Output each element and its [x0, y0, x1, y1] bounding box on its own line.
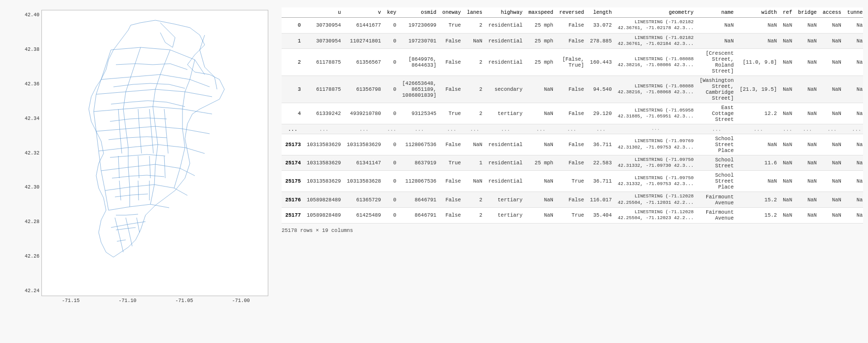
- svg-line-41: [96, 131, 99, 151]
- col-header-osmid: osmid: [399, 7, 439, 18]
- svg-line-109: [164, 109, 166, 131]
- cell-lanes: 2: [464, 18, 486, 34]
- y-label-3: 42.34: [25, 116, 39, 121]
- map-section: 42.40 42.38 42.36 42.34 42.32 42.30 42.2…: [5, 5, 272, 338]
- svg-line-87: [128, 154, 147, 156]
- svg-line-69: [136, 64, 153, 65]
- svg-line-113: [149, 156, 150, 178]
- svg-line-102: [160, 33, 165, 42]
- cell-ref: NaN: [780, 18, 795, 34]
- svg-line-72: [113, 84, 133, 87]
- cell-oneway: False: [439, 171, 464, 192]
- cell-bridge: NaN: [795, 208, 820, 224]
- svg-line-28: [105, 187, 130, 191]
- cell-idx: 25175: [282, 171, 304, 192]
- svg-line-40: [94, 112, 96, 131]
- table-row: 361178875613567980[426653648, 8651189, 1…: [282, 76, 863, 103]
- svg-line-68: [116, 64, 136, 65]
- cell-highway: residential: [485, 18, 525, 34]
- cell-highway: residential: [485, 171, 525, 192]
- svg-line-66: [180, 148, 185, 168]
- cell-ref: NaN: [780, 33, 795, 49]
- cell-geometry: LINESTRING (-71.09750 42.31332, -71.0973…: [615, 155, 696, 171]
- svg-line-86: [110, 156, 128, 157]
- cell-geometry: LINESTRING (-71.02182 42.36761, -71.0217…: [615, 18, 696, 34]
- svg-line-38: [96, 79, 101, 94]
- svg-line-83: [108, 138, 128, 140]
- cell-oneway: False: [439, 208, 464, 224]
- cell-ref: NaN: [780, 134, 795, 155]
- cell-maxspeed: NaN: [525, 76, 556, 103]
- cell-key: 0: [384, 49, 399, 76]
- cell-oneway: True: [439, 155, 464, 171]
- svg-line-58: [155, 145, 158, 164]
- cell-idx: 0: [282, 18, 304, 34]
- svg-line-18: [155, 126, 182, 129]
- cell-lanes: 2: [464, 76, 486, 103]
- cell-osmid: 8646791: [399, 192, 439, 208]
- svg-line-39: [94, 94, 96, 112]
- svg-line-56: [153, 107, 155, 126]
- cell-lanes: NaN: [464, 134, 486, 155]
- cell-access: NaN: [820, 18, 844, 34]
- cell-highway: tertiary: [485, 192, 525, 208]
- svg-line-110: [166, 131, 168, 153]
- cell-tunnel: NaN: [844, 76, 863, 103]
- cell-bridge: NaN: [795, 155, 820, 171]
- cell-highway: residential: [485, 134, 525, 155]
- cell-maxspeed: 25 mph: [525, 155, 556, 171]
- cell-name: School Street Place: [696, 171, 736, 192]
- cell-maxspeed: NaN: [525, 192, 556, 208]
- cell-oneway: False: [439, 76, 464, 103]
- svg-line-111: [118, 156, 119, 178]
- y-label-7: 42.26: [25, 254, 39, 259]
- cell-key: ...: [384, 124, 399, 134]
- cell-osmid: 1128067536: [399, 134, 439, 155]
- col-header-maxspeed: maxspeed: [525, 7, 556, 18]
- svg-line-78: [148, 101, 167, 102]
- cell-access: NaN: [820, 76, 844, 103]
- cell-access: NaN: [820, 208, 844, 224]
- cell-reversed: True: [556, 171, 587, 192]
- cell-idx: 1: [282, 33, 304, 49]
- y-axis: 42.40 42.38 42.36 42.34 42.32 42.30 42.2…: [25, 10, 41, 296]
- cell-name: NaN: [696, 33, 736, 49]
- cell-v: 10313583629: [344, 134, 384, 155]
- cell-length: 94.540: [587, 76, 615, 103]
- cell-length: 22.583: [587, 155, 615, 171]
- map-canvas: [41, 10, 268, 296]
- cell-osmid: [8649976, 8644633]: [399, 49, 439, 76]
- x-label-2: -71.05: [175, 298, 193, 304]
- cell-key: 0: [384, 171, 399, 192]
- svg-line-114: [164, 156, 165, 178]
- cell-length: 278.885: [587, 33, 615, 49]
- cell-name: East Cottage Street: [696, 103, 736, 124]
- svg-line-112: [138, 156, 139, 178]
- x-label-3: -71.00: [232, 298, 250, 304]
- x-label-1: -71.10: [118, 298, 136, 304]
- cell-reversed: False: [556, 76, 587, 103]
- svg-line-51: [128, 167, 130, 187]
- svg-line-46: [126, 77, 131, 92]
- svg-line-62: [185, 79, 190, 92]
- cell-width: 15.2: [737, 192, 780, 208]
- svg-line-57: [155, 126, 158, 145]
- cell-v: 61356567: [344, 49, 384, 76]
- col-header-lanes: lanes: [464, 7, 486, 18]
- cell-idx: 2: [282, 49, 304, 76]
- cell-oneway: False: [439, 134, 464, 155]
- cell-ref: NaN: [780, 49, 795, 76]
- cell-maxspeed: NaN: [525, 171, 556, 192]
- cell-v: 61441677: [344, 18, 384, 34]
- cell-name: School Street: [696, 155, 736, 171]
- svg-line-120: [126, 218, 130, 235]
- cell-lanes: NaN: [464, 171, 486, 192]
- cell-v: ...: [344, 124, 384, 134]
- cell-ref: NaN: [780, 171, 795, 192]
- cell-highway: residential: [485, 49, 525, 76]
- cell-u: ...: [304, 124, 344, 134]
- svg-line-118: [115, 218, 120, 237]
- cell-u: 10313583629: [304, 155, 344, 171]
- cell-name: [Washington Street, Cambridge Street]: [696, 76, 736, 103]
- svg-line-75: [169, 84, 185, 88]
